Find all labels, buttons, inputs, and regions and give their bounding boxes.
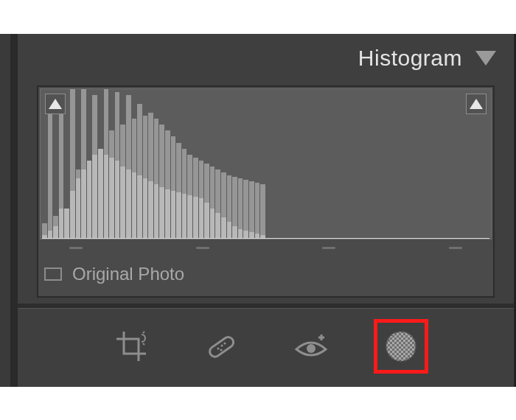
histogram-bar xyxy=(232,89,237,239)
histogram-bar xyxy=(120,89,125,239)
histogram-bar xyxy=(98,89,103,239)
shadow-clipping-indicator[interactable] xyxy=(45,94,66,114)
masking-icon xyxy=(383,329,419,364)
histogram-bar xyxy=(92,89,97,239)
histogram-bar xyxy=(327,89,332,239)
collapse-triangle-icon[interactable] xyxy=(475,51,496,66)
histogram-bar xyxy=(322,89,327,239)
histogram-bar xyxy=(355,89,360,239)
crop-tool-button[interactable] xyxy=(104,319,158,374)
histogram-bar xyxy=(255,89,260,239)
histogram-bar xyxy=(266,89,271,239)
histogram-bar xyxy=(411,89,416,239)
original-photo-label: Original Photo xyxy=(72,264,184,284)
histogram-bar xyxy=(283,89,288,239)
histogram-bar xyxy=(439,89,444,239)
histogram-bar xyxy=(305,89,310,239)
original-photo-checkbox[interactable] xyxy=(44,267,62,281)
histogram-bar xyxy=(428,89,433,239)
histogram-bar xyxy=(210,89,215,239)
crop-icon xyxy=(114,329,149,364)
highlight-clipping-indicator[interactable] xyxy=(466,94,487,114)
redeye-icon xyxy=(292,329,330,364)
histogram-bar xyxy=(288,89,293,239)
histogram-bar xyxy=(171,89,176,239)
histogram-bar xyxy=(70,89,75,239)
histogram-bar xyxy=(456,89,461,239)
masking-tool-button[interactable] xyxy=(374,319,428,374)
panel-title: Histogram xyxy=(358,46,462,71)
histogram-bar xyxy=(243,89,248,239)
triangle-up-icon xyxy=(49,99,62,109)
histogram-bar xyxy=(81,89,86,239)
histogram-bar xyxy=(406,89,411,239)
svg-point-2 xyxy=(220,344,223,346)
histogram-bar xyxy=(109,89,114,239)
histogram-bar xyxy=(76,89,81,239)
histogram-bar xyxy=(366,89,372,239)
histogram-bar xyxy=(378,89,383,239)
histogram-bar xyxy=(204,89,209,239)
histogram-bar xyxy=(104,89,109,239)
histogram-bar xyxy=(372,89,377,239)
svg-rect-0 xyxy=(207,335,235,358)
histogram-bar xyxy=(344,89,349,239)
zone-tick-shadows[interactable] xyxy=(196,247,209,249)
panel-header[interactable]: Histogram xyxy=(18,34,514,85)
histogram-bar xyxy=(249,89,254,239)
histogram-bar xyxy=(199,89,204,239)
histogram-bar xyxy=(159,89,164,239)
histogram-bar xyxy=(115,89,120,239)
histogram-bar xyxy=(215,89,220,239)
histogram-baseline xyxy=(42,238,489,239)
histogram-bar xyxy=(417,89,422,239)
histogram-bar xyxy=(316,89,321,239)
svg-point-4 xyxy=(220,349,222,351)
histogram-bar xyxy=(400,89,405,239)
histogram-bar xyxy=(383,89,388,239)
histogram-bar xyxy=(294,89,299,239)
histogram-bar xyxy=(311,89,316,239)
healing-tool-button[interactable] xyxy=(194,319,248,374)
histogram-bar xyxy=(148,89,153,239)
zone-tick-whites[interactable] xyxy=(449,247,462,249)
histogram-bar xyxy=(394,89,400,239)
zone-tick-blacks[interactable] xyxy=(69,247,83,249)
histogram-bars xyxy=(41,89,491,239)
histogram-bar xyxy=(126,89,131,239)
histogram-bar xyxy=(176,89,181,239)
histogram-bar xyxy=(227,89,232,239)
histogram-plot[interactable] xyxy=(40,88,492,239)
histogram-bar xyxy=(350,89,355,239)
histogram-bar xyxy=(434,89,439,239)
triangle-up-icon xyxy=(470,99,483,109)
histogram-bar xyxy=(389,89,394,239)
histogram-bar xyxy=(143,89,148,239)
histogram-bar xyxy=(187,89,192,239)
histogram-bar xyxy=(338,89,344,239)
zone-tick-highlights[interactable] xyxy=(322,247,335,249)
original-photo-row: Original Photo xyxy=(40,256,492,296)
histogram-zone-markers xyxy=(40,239,492,256)
histogram-bar xyxy=(165,89,170,239)
histogram-bar xyxy=(238,89,243,239)
lightroom-histogram-panel-screenshot: Histogram xyxy=(0,33,516,388)
bandage-icon xyxy=(203,329,239,364)
histogram-bar xyxy=(182,89,187,239)
redeye-tool-button[interactable] xyxy=(284,319,338,374)
histogram-bar xyxy=(260,89,265,239)
histogram-bar xyxy=(87,89,92,239)
svg-point-5 xyxy=(307,344,315,353)
histogram-bar xyxy=(271,89,276,239)
histogram-bar xyxy=(450,89,456,239)
histogram-bar xyxy=(422,89,428,239)
histogram-bar xyxy=(445,89,450,239)
panel-body: Histogram xyxy=(18,34,514,387)
histogram-bar xyxy=(299,89,304,239)
svg-point-3 xyxy=(223,342,226,344)
histogram-bar xyxy=(277,89,282,239)
svg-point-1 xyxy=(217,347,219,349)
panel-frame: Histogram xyxy=(0,34,516,387)
histogram-bar xyxy=(193,89,198,239)
histogram-container: Original Photo xyxy=(37,85,495,298)
